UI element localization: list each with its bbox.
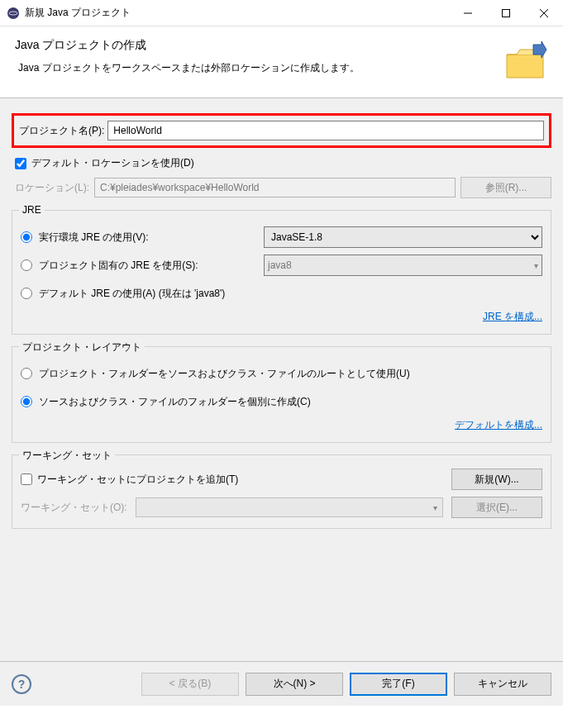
default-jre-radio[interactable] <box>21 288 32 299</box>
configure-jre-link[interactable]: JRE を構成... <box>483 310 542 324</box>
jre-group: JRE 実行環境 JRE の使用(V): JavaSE-1.8 プロジェクト固有… <box>12 210 551 335</box>
project-jre-radio[interactable] <box>21 259 32 271</box>
layout-group: プロジェクト・レイアウト プロジェクト・フォルダーをソースおよびクラス・ファイル… <box>12 346 551 443</box>
svg-rect-3 <box>503 9 510 17</box>
new-working-set-button[interactable]: 新規(W)... <box>451 469 542 490</box>
exec-env-select[interactable]: JavaSE-1.8 <box>264 226 542 248</box>
wizard-body: プロジェクト名(P): デフォルト・ロケーションを使用(D) ロケーション(L)… <box>0 98 563 661</box>
browse-button: 参照(R)... <box>460 177 551 198</box>
working-set-add-checkbox[interactable]: ワーキング・セットにプロジェクトを追加(T) <box>21 473 443 487</box>
chevron-down-icon: ▾ <box>433 503 437 512</box>
layout-legend: プロジェクト・レイアウト <box>19 340 145 354</box>
layout-opt1-label: プロジェクト・フォルダーをソースおよびクラス・ファイルのルートとして使用(U) <box>39 367 410 381</box>
exec-env-label: 実行環境 JRE の使用(V): <box>39 231 264 245</box>
help-icon[interactable]: ? <box>12 674 31 694</box>
working-set-combo: ▾ <box>136 497 443 517</box>
project-jre-row: プロジェクト固有の JRE を使用(S): java8 ▾ <box>21 254 542 277</box>
select-working-set-button: 選択(E)... <box>451 497 542 518</box>
page-description: Java プロジェクトをワークスペースまたは外部ロケーションに作成します。 <box>15 61 502 75</box>
location-input <box>94 178 456 197</box>
wizard-header: Java プロジェクトの作成 Java プロジェクトをワークスペースまたは外部ロ… <box>0 26 563 98</box>
close-button[interactable] <box>525 0 563 26</box>
working-set-combo-label: ワーキング・セット(O): <box>21 501 127 515</box>
exec-env-radio[interactable] <box>21 231 32 243</box>
cancel-button[interactable]: キャンセル <box>454 673 551 696</box>
finish-button[interactable]: 完了(F) <box>350 673 447 696</box>
jre-legend: JRE <box>19 204 45 216</box>
default-jre-label: デフォルト JRE の使用(A) (現在は 'java8') <box>39 287 542 301</box>
layout-opt1-row: プロジェクト・フォルダーをソースおよびクラス・ファイルのルートとして使用(U) <box>21 362 542 385</box>
location-label: ロケーション(L): <box>15 181 89 195</box>
eclipse-icon <box>7 7 20 20</box>
working-set-add-row: ワーキング・セットにプロジェクトを追加(T) 新規(W)... <box>21 469 542 490</box>
project-jre-label: プロジェクト固有の JRE を使用(S): <box>39 259 264 273</box>
exec-env-row: 実行環境 JRE の使用(V): JavaSE-1.8 <box>21 226 542 249</box>
maximize-button[interactable] <box>487 0 525 26</box>
chevron-down-icon: ▾ <box>534 261 538 270</box>
titlebar: 新規 Java プロジェクト <box>0 0 563 26</box>
project-name-label: プロジェクト名(P): <box>19 124 104 138</box>
use-default-location-label: デフォルト・ロケーションを使用(D) <box>31 156 194 170</box>
working-set-combo-row: ワーキング・セット(O): ▾ 選択(E)... <box>21 497 542 518</box>
working-set-group: ワーキング・セット ワーキング・セットにプロジェクトを追加(T) 新規(W)..… <box>12 454 551 529</box>
window-title: 新規 Java プロジェクト <box>25 6 449 20</box>
working-set-add-label: ワーキング・セットにプロジェクトを追加(T) <box>37 473 238 487</box>
minimize-button[interactable] <box>449 0 487 26</box>
next-button[interactable]: 次へ(N) > <box>246 673 343 696</box>
configure-default-link[interactable]: デフォルトを構成... <box>455 418 542 432</box>
layout-opt2-label: ソースおよびクラス・ファイルのフォルダーを個別に作成(C) <box>39 395 311 409</box>
page-title: Java プロジェクトの作成 <box>15 38 502 53</box>
wizard-footer: ? < 戻る(B) 次へ(N) > 完了(F) キャンセル <box>0 661 563 706</box>
working-set-add-input[interactable] <box>21 473 32 485</box>
use-default-location-input[interactable] <box>15 158 26 169</box>
project-name-input[interactable] <box>107 121 544 140</box>
folder-icon <box>502 38 548 84</box>
window-controls <box>449 0 563 26</box>
working-set-legend: ワーキング・セット <box>19 449 115 463</box>
location-row: ロケーション(L): 参照(R)... <box>12 177 551 198</box>
back-button: < 戻る(B) <box>141 673 239 696</box>
project-jre-select: java8 ▾ <box>264 255 542 276</box>
layout-opt2-row: ソースおよびクラス・ファイルのフォルダーを個別に作成(C) <box>21 390 542 413</box>
default-jre-row: デフォルト JRE の使用(A) (現在は 'java8') <box>21 282 542 305</box>
layout-opt1-radio[interactable] <box>21 368 32 379</box>
layout-opt2-radio[interactable] <box>21 396 32 407</box>
use-default-location-checkbox[interactable]: デフォルト・ロケーションを使用(D) <box>15 156 551 170</box>
project-name-row: プロジェクト名(P): <box>12 113 551 148</box>
